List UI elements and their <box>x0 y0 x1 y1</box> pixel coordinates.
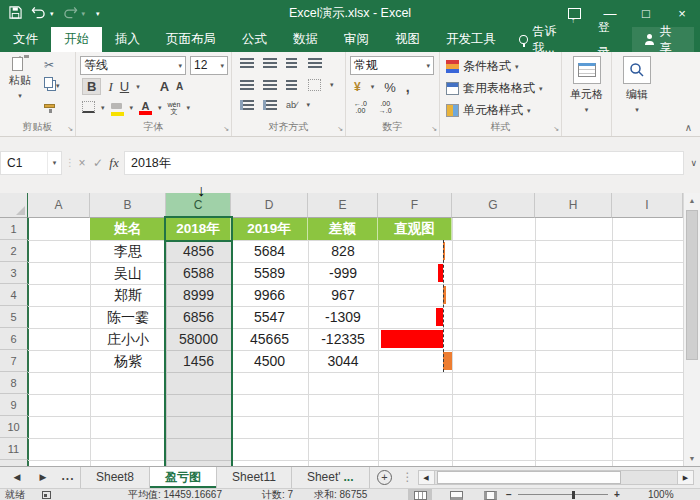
cell-b1[interactable]: 姓名 <box>90 218 166 240</box>
decrease-indent-icon[interactable] <box>240 100 254 110</box>
align-left-icon[interactable] <box>240 80 254 90</box>
column-header-a[interactable]: A <box>28 193 90 218</box>
cell-b5[interactable]: 陈一霎 <box>90 306 166 328</box>
percent-style-icon[interactable]: % <box>384 80 396 95</box>
customize-qat-icon[interactable]: ▾ <box>96 10 100 18</box>
ribbon-tab-home[interactable]: 开始 <box>51 27 102 52</box>
undo-dropdown-icon[interactable]: ▾ <box>50 10 54 18</box>
clipboard-dialog-launcher-icon[interactable]: ↘ <box>67 125 73 133</box>
align-middle-icon[interactable] <box>263 58 277 68</box>
font-name-combo[interactable]: 等线▾ <box>80 56 186 75</box>
number-dialog-launcher-icon[interactable]: ↘ <box>431 125 437 133</box>
row-header-9[interactable]: 9 <box>0 394 28 416</box>
cell-styles-button[interactable]: 单元格样式▾ <box>446 102 531 119</box>
cell-b6[interactable]: 庄小小 <box>90 328 166 350</box>
number-format-combo[interactable]: 常规▾ <box>350 56 434 75</box>
merge-dropdown-icon[interactable]: ▾ <box>330 81 334 89</box>
wrap-text-icon[interactable] <box>308 58 322 68</box>
font-color-dropdown-icon[interactable]: ▾ <box>158 104 162 112</box>
format-painter-icon[interactable] <box>44 98 55 110</box>
cell-d1[interactable]: 2019年 <box>231 218 308 240</box>
save-icon[interactable] <box>9 6 22 22</box>
vertical-scrollbar[interactable]: ▲ ▼ <box>683 193 700 466</box>
decrease-decimal-icon[interactable]: .00→.0 <box>379 100 392 114</box>
borders-icon[interactable] <box>82 101 95 115</box>
cell-f4[interactable] <box>378 284 452 306</box>
cell-e1[interactable]: 差额 <box>308 218 378 240</box>
borders-dropdown-icon[interactable]: ▾ <box>101 104 105 112</box>
ribbon-tab-formulas[interactable]: 公式 <box>229 27 280 52</box>
collapse-ribbon-icon[interactable]: ∧ <box>685 122 692 133</box>
paste-button[interactable]: 粘贴 ▾ <box>5 57 35 100</box>
sheet-tab-sheet11[interactable]: Sheet11 <box>217 467 292 488</box>
cell-f2[interactable] <box>378 240 452 262</box>
cells-button[interactable]: 单元格 ▾ <box>562 56 611 114</box>
redo-icon[interactable] <box>63 6 78 22</box>
phonetic-dropdown-icon[interactable]: ▾ <box>186 104 190 112</box>
font-dialog-launcher-icon[interactable]: ↘ <box>223 125 229 133</box>
sheet-overflow-dots[interactable]: ... <box>56 467 80 488</box>
cut-icon[interactable]: ✂ <box>44 58 54 72</box>
accounting-dropdown-icon[interactable]: ▾ <box>371 83 375 91</box>
increase-indent-icon[interactable] <box>263 100 277 110</box>
cell-d6[interactable]: 45665 <box>231 328 308 350</box>
font-size-combo[interactable]: 12▾ <box>190 56 228 75</box>
row-header-6[interactable]: 6 <box>0 328 28 350</box>
column-header-g[interactable]: G <box>452 193 535 218</box>
formula-input[interactable]: 2018年 <box>124 151 684 175</box>
cell-d7[interactable]: 4500 <box>231 350 308 372</box>
column-header-h[interactable]: H <box>535 193 612 218</box>
bold-button[interactable]: B <box>82 78 101 95</box>
row-header-12[interactable]: 12 <box>0 460 28 466</box>
redo-dropdown-icon[interactable]: ▾ <box>82 10 86 18</box>
cell-f1[interactable]: 直观图 <box>378 218 452 240</box>
cell-c2[interactable]: 4856 <box>166 240 231 262</box>
cell-e5[interactable]: -1309 <box>308 306 378 328</box>
row-header-8[interactable]: 8 <box>0 372 28 394</box>
ribbon-tab-review[interactable]: 审阅 <box>331 27 382 52</box>
horizontal-scrollbar[interactable]: ◀ ▶ <box>418 470 694 485</box>
cell-c7[interactable]: 1456 <box>166 350 231 372</box>
phonetic-guide-icon[interactable]: wén文 <box>168 101 181 115</box>
scroll-down-icon[interactable]: ▼ <box>684 451 700 466</box>
share-button[interactable]: 共享 <box>632 27 694 52</box>
sheet-tab-sheet-truncated[interactable]: Sheet'... <box>292 467 370 488</box>
cell-e3[interactable]: -999 <box>308 262 378 284</box>
column-header-e[interactable]: E <box>308 193 378 218</box>
cell-f7[interactable] <box>378 350 452 372</box>
cell-b7[interactable]: 杨紫 <box>90 350 166 372</box>
row-header-11[interactable]: 11 <box>0 438 28 460</box>
sheet-tab-profit-loss[interactable]: 盈亏图 <box>150 467 217 488</box>
zoom-in-icon[interactable]: + <box>614 489 620 500</box>
fill-color-dropdown-icon[interactable]: ▾ <box>130 104 134 112</box>
italic-button[interactable]: I <box>108 79 112 95</box>
conditional-formatting-button[interactable]: 条件格式▾ <box>446 58 519 75</box>
horizontal-scroll-thumb[interactable] <box>437 471 621 484</box>
orientation-icon[interactable]: ab∕ <box>286 100 298 110</box>
cell-b2[interactable]: 李思 <box>90 240 166 262</box>
font-color-icon[interactable]: A <box>139 101 152 115</box>
cancel-icon[interactable]: × <box>74 151 90 175</box>
cell-d5[interactable]: 5547 <box>231 306 308 328</box>
insert-function-icon[interactable]: fx <box>106 151 122 175</box>
undo-icon[interactable] <box>31 6 46 22</box>
column-header-d[interactable]: D <box>231 193 308 218</box>
underline-button[interactable]: U <box>120 79 129 94</box>
cell-e7[interactable]: 3044 <box>308 350 378 372</box>
cell-c4[interactable]: 8999 <box>166 284 231 306</box>
align-center-icon[interactable] <box>263 80 277 90</box>
zoom-slider-thumb[interactable] <box>572 491 575 499</box>
cell-e2[interactable]: 828 <box>308 240 378 262</box>
underline-dropdown-icon[interactable]: ▾ <box>136 83 140 91</box>
select-all-button[interactable] <box>0 193 28 218</box>
horizontal-scroll-track[interactable] <box>435 471 677 484</box>
ribbon-tab-insert[interactable]: 插入 <box>102 27 153 52</box>
orientation-dropdown-icon[interactable]: ▾ <box>307 101 311 109</box>
vertical-scroll-thumb[interactable] <box>686 210 698 360</box>
row-header-1[interactable]: 1 <box>0 218 28 240</box>
scroll-left-icon[interactable]: ◀ <box>419 471 435 484</box>
new-sheet-button[interactable]: + <box>370 467 400 488</box>
ribbon-tab-view[interactable]: 视图 <box>382 27 433 52</box>
ribbon-tab-page-layout[interactable]: 页面布局 <box>153 27 229 52</box>
page-layout-view-button[interactable] <box>444 489 468 500</box>
